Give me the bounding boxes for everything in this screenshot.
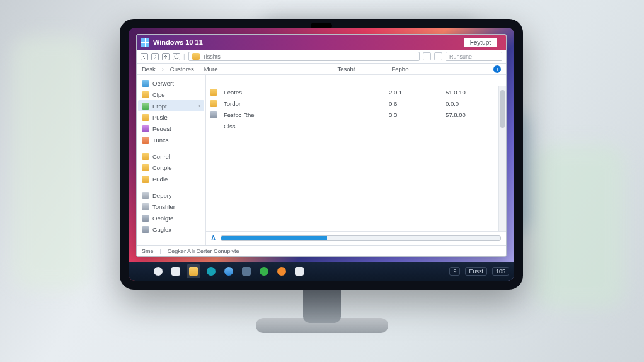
sidebar-item-label: Oerwert [152, 80, 174, 87]
file-size: 51.0.10 [446, 89, 502, 96]
folder-icon [142, 153, 149, 160]
file-name: Fesfoc Rhe [224, 111, 389, 118]
start-button[interactable] [134, 264, 147, 278]
file-icon [210, 111, 217, 118]
sidebar-item-0[interactable]: Oerwert [138, 77, 204, 89]
windows-logo-icon [141, 38, 149, 47]
sidebar-item-5[interactable]: Tuncs [138, 134, 204, 145]
app-taskbar-button[interactable] [275, 264, 289, 278]
crumb-1[interactable]: Custores [170, 65, 194, 72]
progress-row: A [206, 231, 506, 245]
sidebar-item-9[interactable]: Depbry [138, 189, 204, 201]
taskbar: 9 Eusst 105 [129, 262, 514, 281]
app-icon [224, 267, 233, 276]
edge-taskbar-button[interactable] [204, 264, 218, 278]
sidebar-item-label: Peoest [152, 125, 171, 132]
sidebar-item-3[interactable]: Pusle [138, 111, 204, 123]
desktop-wallpaper: Windows 10 11 Feytupt | [129, 28, 514, 281]
file-name: Feates [224, 89, 389, 96]
search-input[interactable]: Runsune [446, 52, 502, 61]
progress-label: A [211, 235, 216, 242]
folder-icon [192, 53, 200, 60]
sidebar-item-7[interactable]: Cortple [138, 162, 204, 173]
file-list: Name Feates 2.0 1 51.0.10 Tordor 0.6 0.0… [206, 75, 506, 245]
file-row[interactable]: Feates 2.0 1 51.0.10 [206, 86, 506, 98]
status-right: Cegker A li Certer Conuplyte [168, 248, 239, 254]
toolbar-separator: | [183, 53, 185, 60]
tray-item[interactable]: Eusst [465, 267, 487, 276]
app-icon [277, 267, 286, 276]
sidebar-item-12[interactable]: Guglex [138, 223, 204, 235]
column-header-size[interactable]: Fepho [392, 65, 409, 72]
sidebar-item-10[interactable]: Tonshler [138, 201, 204, 212]
search-button[interactable] [151, 264, 165, 278]
crumb-2[interactable]: Mure [204, 65, 218, 72]
sidebar-item-11[interactable]: Oenigte [138, 212, 204, 223]
address-bar[interactable]: Tisshts [188, 52, 420, 61]
tray-item[interactable]: 105 [492, 267, 509, 276]
folder-icon [210, 100, 217, 107]
sidebar-item-6[interactable]: Conrel [138, 150, 204, 162]
blank-icon [210, 123, 217, 130]
app-taskbar-button[interactable] [222, 264, 236, 278]
sidebar-item-label: Conrel [152, 153, 170, 160]
drive-icon [142, 192, 149, 199]
downloads-icon [142, 103, 149, 110]
taskview-icon [171, 267, 180, 276]
app-taskbar-button[interactable] [239, 264, 253, 278]
folder-icon [142, 114, 149, 121]
nav-forward-button[interactable] [151, 53, 159, 60]
sidebar-item-2[interactable]: Htopt› [138, 100, 204, 111]
file-row[interactable]: Tordor 0.6 0.0.0 [206, 98, 506, 109]
sidebar-item-1[interactable]: Clpe [138, 89, 204, 100]
file-size: 57.8.00 [446, 111, 502, 118]
system-tray: 9 Eusst 105 [449, 267, 509, 276]
sidebar-item-label: Htopt [152, 103, 167, 110]
app-taskbar-button[interactable] [257, 264, 271, 278]
app-taskbar-button[interactable] [292, 264, 306, 278]
progress-bar[interactable] [221, 235, 501, 241]
sidebar-item-label: Clpe [152, 91, 165, 98]
breadcrumb-bar: Desk › Custores Mure Tesoht Fepho i [137, 64, 506, 75]
sidebar-item-label: Cortple [152, 164, 172, 171]
explorer-taskbar-button[interactable] [187, 264, 200, 278]
scrollbar-thumb[interactable] [500, 90, 505, 128]
sidebar-item-label: Pudle [152, 176, 168, 183]
refresh-button[interactable] [173, 53, 180, 60]
nav-up-button[interactable] [162, 53, 170, 60]
status-left: Sme [142, 248, 154, 254]
desktop-icon [142, 80, 149, 87]
monitor-bezel: Windows 10 11 Feytupt | [120, 19, 523, 290]
app-icon [295, 267, 304, 276]
column-header-count[interactable]: Tesoht [338, 65, 355, 72]
folder-icon [142, 91, 149, 98]
folder-icon [189, 267, 198, 276]
sidebar-item-label: Depbry [152, 192, 172, 199]
vertical-scrollbar[interactable] [498, 86, 506, 231]
window-title: Windows 10 11 [153, 38, 203, 46]
view-button[interactable] [423, 52, 431, 60]
sidebar-item-8[interactable]: Pudle [138, 173, 204, 184]
toolbar: | Tisshts Runsune [137, 50, 506, 64]
nav-back-button[interactable] [141, 53, 148, 60]
titlebar-tab[interactable]: Feytupt [464, 38, 497, 47]
search-placeholder: Runsune [449, 54, 472, 60]
music-icon [142, 125, 149, 132]
sidebar-item-label: Pusle [152, 114, 168, 121]
pictures-icon [142, 137, 149, 144]
sidebar-item-label: Guglex [152, 226, 171, 233]
file-name: Tordor [224, 100, 389, 107]
explorer-body: Oerwert Clpe Htopt› Pusle Peoest Tuncs C… [137, 75, 506, 245]
file-row[interactable]: Clssl [206, 120, 506, 132]
sidebar-item-4[interactable]: Peoest [138, 123, 204, 134]
tray-item[interactable]: 9 [449, 267, 460, 276]
file-row[interactable]: Fesfoc Rhe 3.3 57.8.00 [206, 109, 506, 120]
crumb-root[interactable]: Desk [142, 65, 156, 72]
more-button[interactable] [434, 52, 442, 60]
app-icon [242, 267, 251, 276]
network-icon [142, 226, 149, 233]
taskview-button[interactable] [169, 264, 183, 278]
file-size: 0.0.0 [446, 100, 502, 107]
titlebar[interactable]: Windows 10 11 Feytupt [137, 35, 506, 50]
info-icon[interactable]: i [493, 65, 501, 73]
